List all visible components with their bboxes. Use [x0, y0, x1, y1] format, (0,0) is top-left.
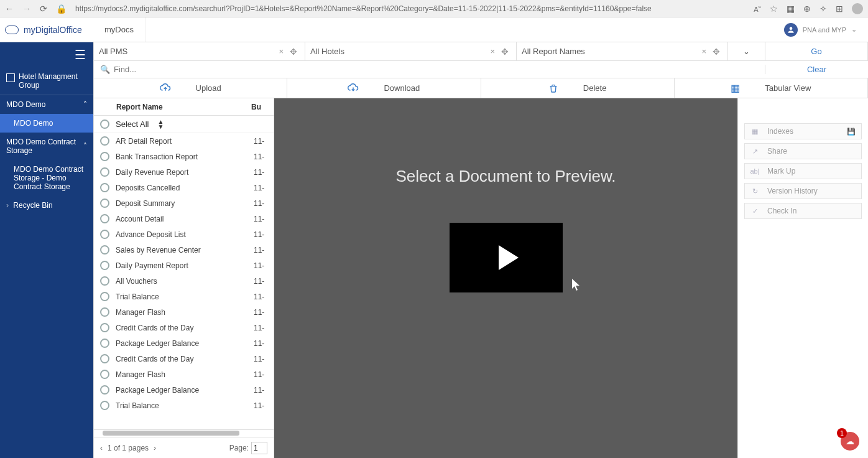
- row-radio[interactable]: [100, 183, 109, 192]
- report-row[interactable]: Account Detail11-: [94, 211, 274, 227]
- report-row[interactable]: Credit Cards of the Day11-: [94, 320, 274, 335]
- clear-pms-icon[interactable]: ×: [275, 47, 287, 56]
- forward-icon[interactable]: →: [22, 4, 31, 14]
- sidebar-group-title[interactable]: Hotel Managment Group: [0, 67, 93, 95]
- tab-mydocs[interactable]: myDocs: [93, 17, 145, 42]
- row-radio[interactable]: [100, 199, 109, 208]
- row-radio[interactable]: [100, 136, 109, 146]
- search-input[interactable]: [114, 65, 759, 74]
- row-radio[interactable]: [100, 214, 109, 223]
- panel-version-history[interactable]: ↻ Version History: [744, 183, 862, 199]
- profile-avatar[interactable]: [852, 3, 863, 14]
- delete-button[interactable]: Delete: [481, 78, 675, 98]
- report-row[interactable]: AR Detail Report11-: [94, 133, 274, 149]
- report-row[interactable]: Sales by Revenue Center11-: [94, 242, 274, 258]
- save-icon: 💾: [846, 128, 856, 136]
- filter-hotels[interactable]: All Hotels × ✥: [305, 42, 517, 60]
- play-button[interactable]: [450, 223, 563, 292]
- row-radio[interactable]: [100, 292, 109, 301]
- next-page-icon[interactable]: ›: [154, 444, 156, 452]
- row-date: 11-: [254, 401, 267, 410]
- panel-markup[interactable]: ab| Mark Up: [744, 163, 862, 179]
- brand-logo[interactable]: myDigitalOffice: [0, 24, 93, 35]
- upload-button[interactable]: Upload: [94, 78, 287, 98]
- row-radio[interactable]: [100, 339, 109, 348]
- report-row[interactable]: Deposit Summary11-: [94, 195, 274, 211]
- move-icon[interactable]: ✥: [499, 47, 511, 57]
- report-row[interactable]: Daily Payment Report11-: [94, 258, 274, 273]
- panel-share[interactable]: ↗ Share: [744, 143, 862, 159]
- ext1-icon[interactable]: ▦: [787, 4, 795, 14]
- cloud-icon: ☁: [846, 436, 854, 446]
- report-row[interactable]: Advance Deposit List11-: [94, 227, 274, 242]
- row-report-name: Package Ledger Balance: [116, 386, 247, 395]
- horizontal-scrollbar[interactable]: [94, 429, 274, 437]
- move-icon[interactable]: ✥: [710, 47, 723, 57]
- row-radio[interactable]: [100, 370, 109, 379]
- back-icon[interactable]: ←: [5, 4, 14, 14]
- report-row[interactable]: Deposits Cancelled11-: [94, 180, 274, 195]
- col-report-name[interactable]: Report Name: [100, 103, 251, 111]
- sidebar-section-mdo-demo[interactable]: MDO Demo ˄: [0, 95, 93, 114]
- move-icon[interactable]: ✥: [287, 47, 300, 57]
- sidebar-item-recycle-bin[interactable]: › Recycle Bin: [0, 196, 93, 215]
- report-row[interactable]: Credit Cards of the Day11-: [94, 351, 274, 367]
- url-bar[interactable]: https://mydocs2.mydigitaloffice.com/sear…: [75, 4, 745, 13]
- tabular-view-button[interactable]: ▦ Tabular View: [675, 78, 868, 98]
- favorite-icon[interactable]: ☆: [770, 4, 778, 14]
- reload-icon[interactable]: ⟳: [40, 4, 47, 14]
- report-scroll[interactable]: AR Detail Report11-Bank Transaction Repo…: [94, 133, 274, 429]
- text-size-icon[interactable]: A»: [754, 4, 761, 13]
- row-radio[interactable]: [100, 354, 109, 363]
- panel-check-in[interactable]: ✓ Check In: [744, 203, 862, 219]
- report-row[interactable]: Package Ledger Balance11-: [94, 382, 274, 398]
- sort-icon[interactable]: ▲▼: [157, 119, 164, 129]
- download-button[interactable]: Download: [287, 78, 481, 98]
- row-date: 11-: [254, 277, 267, 286]
- sidebar-item-mdo-demo[interactable]: MDO Demo: [0, 114, 93, 133]
- row-radio[interactable]: [100, 385, 109, 395]
- select-all-row[interactable]: Select All ▲▼: [94, 116, 274, 133]
- row-radio[interactable]: [100, 401, 109, 410]
- row-radio[interactable]: [100, 307, 109, 317]
- filter-reports[interactable]: All Report Names × ✥: [517, 42, 728, 60]
- report-row[interactable]: Daily Revenue Report11-: [94, 164, 274, 180]
- row-radio[interactable]: [100, 245, 109, 255]
- collections-icon[interactable]: ⊞: [836, 4, 843, 14]
- row-radio[interactable]: [100, 230, 109, 239]
- row-radio[interactable]: [100, 167, 109, 177]
- notification-badge[interactable]: 1 ☁: [841, 432, 859, 451]
- row-date: 11-: [254, 355, 267, 363]
- report-row[interactable]: Bank Transaction Report11-: [94, 149, 274, 164]
- report-row[interactable]: Package Ledger Balance11-: [94, 335, 274, 351]
- clear-reports-icon[interactable]: ×: [698, 47, 710, 56]
- report-row[interactable]: All Vouchers11-: [94, 273, 274, 289]
- sidebar-item-contract-storage[interactable]: MDO Demo Contract Storage - Demo Contrac…: [0, 160, 93, 196]
- user-menu[interactable]: PNA and MYP ⌄: [784, 23, 868, 37]
- clear-hotels-icon[interactable]: ×: [486, 47, 499, 56]
- col-bu[interactable]: Bu: [251, 103, 267, 111]
- filter-expand[interactable]: ⌄: [728, 42, 765, 60]
- menu-toggle-icon[interactable]: ☰: [0, 42, 93, 67]
- history-icon: ↻: [750, 187, 760, 195]
- report-row[interactable]: Manager Flash11-: [94, 304, 274, 320]
- filter-pms[interactable]: All PMS × ✥: [94, 42, 305, 60]
- row-radio[interactable]: [100, 276, 109, 286]
- page-input[interactable]: [251, 442, 267, 454]
- row-radio[interactable]: [100, 323, 109, 332]
- panel-indexes[interactable]: ▦ Indexes 💾: [744, 123, 862, 139]
- sidebar-section-contract-storage[interactable]: MDO Demo Contract Storage ˄: [0, 133, 93, 160]
- report-row[interactable]: Manager Flash11-: [94, 367, 274, 382]
- ext2-icon[interactable]: ⊕: [803, 4, 811, 14]
- row-radio[interactable]: [100, 261, 109, 270]
- row-date: 11-: [254, 152, 267, 161]
- prev-page-icon[interactable]: ‹: [100, 444, 103, 452]
- ext3-icon[interactable]: ✧: [820, 4, 827, 14]
- filter-row: All PMS × ✥ All Hotels × ✥ All Report Na…: [94, 42, 868, 61]
- row-radio[interactable]: [100, 152, 109, 161]
- go-button[interactable]: Go: [765, 42, 868, 60]
- clear-button[interactable]: Clear: [765, 65, 868, 74]
- select-all-radio[interactable]: [100, 119, 109, 129]
- report-row[interactable]: Trial Balance11-: [94, 398, 274, 413]
- report-row[interactable]: Trial Balance11-: [94, 289, 274, 304]
